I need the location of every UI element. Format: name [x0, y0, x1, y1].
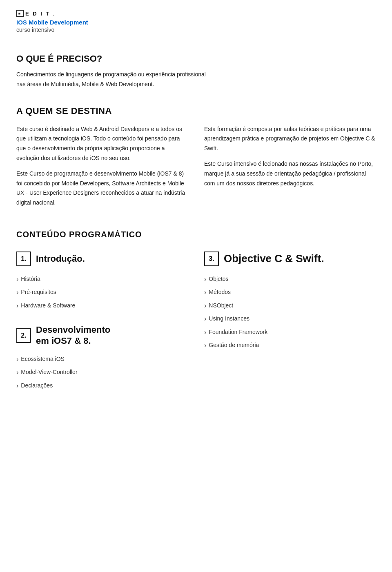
module-2-title-row: 2. Desenvolvimento em iOS7 & 8.	[16, 325, 188, 346]
list-item: Métodos	[204, 286, 376, 299]
list-item: Foundation Framework	[204, 326, 376, 339]
module-2-title: Desenvolvimento em iOS7 & 8.	[36, 325, 110, 346]
a-quem-se-destina-heading: A QUEM SE DESTINA	[16, 106, 376, 116]
list-item: Objetos	[204, 273, 376, 286]
brand-icon: ■	[16, 10, 24, 17]
destina-col1: Este curso é destinado a Web & Android D…	[16, 125, 188, 214]
list-item: Using Instances	[204, 312, 376, 325]
section-o-que-e-preciso: O QUE É PRECISO? Conhecimentos de lingua…	[16, 53, 376, 89]
section-conteudo: CONTEÚDO PROGRAMÁTICO 1. Introdução. His…	[16, 230, 376, 405]
conteudo-heading: CONTEÚDO PROGRAMÁTICO	[16, 230, 376, 239]
module-2: 2. Desenvolvimento em iOS7 & 8. Ecossist…	[16, 325, 188, 392]
destina-col2: Esta formação é composta por aulas teóri…	[204, 125, 376, 214]
module-1-items: História Pré-requisitos Hardware & Softw…	[16, 273, 188, 312]
list-item: Pré-requisitos	[16, 286, 188, 299]
destina-col1-p1: Este curso é destinado a Web & Android D…	[16, 125, 188, 163]
list-item: História	[16, 273, 188, 286]
destina-col1-p2: Este Curso de programação e desenvolvime…	[16, 169, 188, 208]
modules-grid: 1. Introdução. História Pré-requisitos H…	[16, 252, 376, 405]
module-1-title-row: 1. Introdução.	[16, 252, 188, 266]
header: ■ E D I T . iOS Mobile Development curso…	[16, 10, 376, 33]
brand-row: ■ E D I T .	[16, 10, 376, 17]
destina-two-col: Este curso é destinado a Web & Android D…	[16, 125, 376, 214]
course-link[interactable]: iOS Mobile Development	[16, 19, 376, 26]
list-item: Declarações	[16, 379, 188, 392]
list-item: Gestão de memória	[204, 339, 376, 352]
list-item: Model-View-Controller	[16, 366, 188, 379]
module-3-items: Objetos Métodos NSObject Using Instances…	[204, 273, 376, 352]
module-2-number: 2.	[16, 328, 31, 343]
destina-col2-p2: Este Curso intensivo é lecionado nas nos…	[204, 159, 376, 188]
module-1: 1. Introdução. História Pré-requisitos H…	[16, 252, 188, 312]
module-3: 3. Objective C & Swift. Objetos Métodos …	[204, 252, 376, 352]
destina-col2-p1: Esta formação é composta por aulas teóri…	[204, 125, 376, 154]
o-que-e-preciso-text: Conhecimentos de linguagens de programaç…	[16, 70, 212, 89]
o-que-e-preciso-heading: O QUE É PRECISO?	[16, 53, 376, 64]
module-3-title: Objective C & Swift.	[224, 252, 324, 265]
brand-name: E D I T .	[25, 11, 56, 17]
modules-col2: 3. Objective C & Swift. Objetos Métodos …	[204, 252, 376, 405]
module-1-number: 1.	[16, 252, 31, 266]
list-item: Hardware & Software	[16, 299, 188, 312]
section-a-quem-se-destina: A QUEM SE DESTINA Este curso é destinado…	[16, 106, 376, 214]
module-3-number: 3.	[204, 252, 219, 266]
modules-col1: 1. Introdução. História Pré-requisitos H…	[16, 252, 188, 405]
module-2-items: Ecossistema iOS Model-View-Controller De…	[16, 353, 188, 392]
module-1-title: Introdução.	[36, 254, 85, 264]
list-item: NSObject	[204, 299, 376, 312]
list-item: Ecossistema iOS	[16, 353, 188, 366]
page-wrapper: ■ E D I T . iOS Mobile Development curso…	[0, 0, 392, 421]
course-subtitle: curso intensivo	[16, 27, 376, 33]
module-3-title-row: 3. Objective C & Swift.	[204, 252, 376, 266]
